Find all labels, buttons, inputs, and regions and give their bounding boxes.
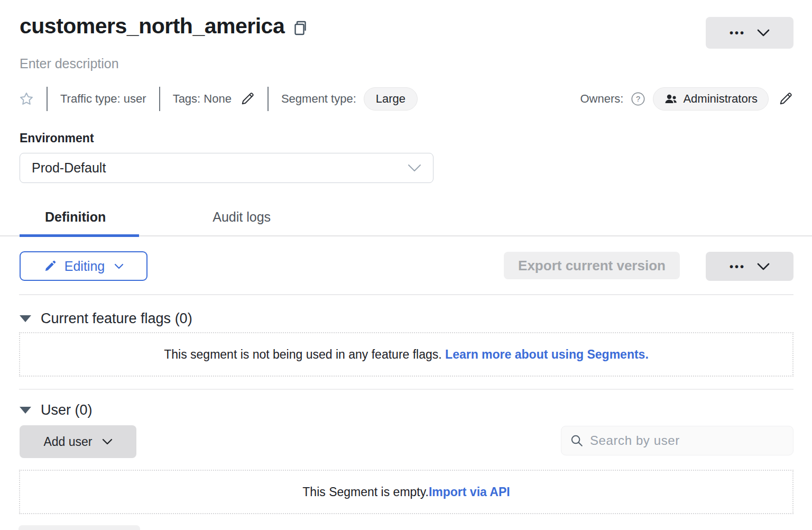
editing-status-button[interactable]: Editing [20,251,147,281]
collapse-triangle-icon[interactable] [20,407,31,414]
ellipsis-icon: ••• [730,261,745,272]
copy-icon[interactable] [294,21,308,35]
editing-label: Editing [64,259,105,274]
user-empty-text: This Segment is empty.Import via API [302,485,510,499]
feature-flags-empty-message: This segment is not being used in any fe… [164,348,445,361]
learn-more-link[interactable]: Learn more about using Segments. [445,348,649,361]
meta-divider [267,87,269,111]
feature-flags-empty-text: This segment is not being used in any fe… [164,348,649,362]
search-icon [570,434,584,447]
search-by-user-input[interactable] [590,433,785,448]
environment-selected-value: Prod-Default [32,160,106,176]
help-icon[interactable]: ? [631,92,645,106]
add-user-button[interactable]: Add user [20,425,136,458]
owners-group: Owners: ? Administrators [580,86,793,112]
user-empty-state: This Segment is empty.Import via API [19,470,793,514]
edit-owners-pencil-icon[interactable] [778,92,793,106]
edit-tags-pencil-icon[interactable] [240,92,255,106]
meta-row: Traffic type: user Tags: None Segment ty… [19,86,418,112]
environment-label: Environment [20,131,94,145]
active-tab-indicator [20,234,139,237]
toolbar-more-button[interactable]: ••• [706,252,793,281]
segment-type-label: Segment type: [281,92,356,106]
user-section-header: User (0) [20,402,93,418]
traffic-type-label: Traffic type: user [60,92,146,106]
cut-off-element [19,525,140,530]
people-icon [664,93,678,105]
chevron-down-icon [757,29,770,36]
user-empty-message: This Segment is empty. [302,485,429,499]
feature-flags-section-title: Current feature flags (0) [41,310,192,327]
chevron-down-icon [114,263,124,269]
svg-text:?: ? [636,95,640,103]
section-divider [19,294,793,295]
owners-value: Administrators [683,92,758,106]
collapse-triangle-icon[interactable] [20,315,31,322]
chevron-down-icon [102,438,113,445]
feature-flags-section-header: Current feature flags (0) [20,310,192,327]
owners-label: Owners: [580,92,623,106]
favorite-star-icon[interactable] [19,92,34,106]
segment-detail-page: customers_north_america ••• Enter descri… [0,0,812,530]
search-by-user-field [561,426,793,455]
feature-flags-empty-state: This segment is not being used in any fe… [19,332,793,377]
meta-divider [159,87,160,111]
header-more-button[interactable]: ••• [706,17,793,49]
owners-badge[interactable]: Administrators [653,87,769,111]
section-divider [19,389,793,390]
tab-bar: Definition Audit logs [20,204,296,230]
chevron-down-icon [408,164,421,172]
page-title: customers_north_america [20,14,284,39]
tab-audit-logs[interactable]: Audit logs [187,204,296,230]
chevron-down-icon [757,263,770,270]
description-placeholder[interactable]: Enter description [20,56,119,71]
segment-type-badge: Large [364,87,418,111]
environment-select[interactable]: Prod-Default [20,153,433,183]
tags-label: Tags: None [173,92,232,106]
pencil-icon [43,259,57,273]
tab-definition[interactable]: Definition [20,204,131,230]
ellipsis-icon: ••• [730,28,745,38]
title-row: customers_north_america [20,14,308,39]
add-user-label: Add user [43,435,92,449]
import-via-api-link[interactable]: Import via API [429,485,510,499]
export-current-version-button[interactable]: Export current version [504,252,680,279]
user-section-title: User (0) [41,402,93,418]
meta-divider [47,87,48,111]
